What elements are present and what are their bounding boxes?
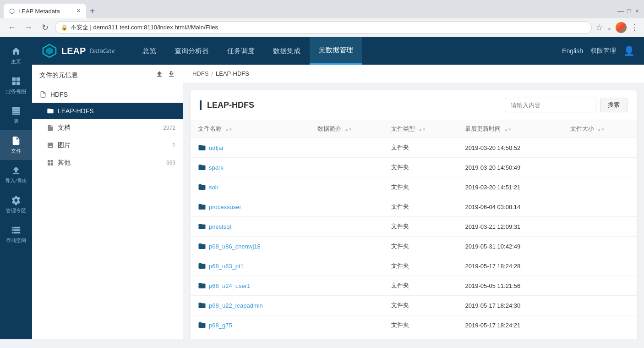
tree-count-doc: 2972 — [163, 125, 175, 131]
search-button[interactable]: 搜索 — [600, 98, 628, 112]
sidebar-label-table: 表 — [14, 118, 19, 125]
tree-item-leap-hdfs[interactable]: LEAP-HDFS — [32, 103, 183, 119]
maximize-button[interactable]: □ — [626, 8, 632, 14]
sort-desc-icon[interactable]: ▲▼ — [345, 127, 352, 132]
refresh-button[interactable]: ↻ — [38, 21, 51, 34]
nav-item-task[interactable]: 任务调度 — [218, 37, 264, 65]
cell-size-9 — [563, 315, 637, 335]
cell-size-6 — [563, 256, 637, 276]
table-row[interactable]: solr 文件夹 2019-03-20 14:51:21 — [191, 177, 637, 197]
cell-name-4: priestsql — [191, 217, 310, 237]
home-icon — [11, 46, 21, 56]
table-row[interactable]: spark 文件夹 2019-03-20 14:50:49 — [191, 158, 637, 177]
cell-desc-5 — [310, 237, 384, 256]
breadcrumb-hdfs[interactable]: HDFS — [192, 70, 208, 77]
table-row[interactable]: udfjar 文件夹 2019-03-20 14:50:52 — [191, 138, 637, 158]
upload-button[interactable] — [155, 70, 164, 80]
sort-name-icon[interactable]: ▲▼ — [225, 127, 233, 132]
tree-label-doc: 文档 — [58, 124, 159, 132]
cell-name-5: p68_u86_chenwj18 — [191, 237, 310, 256]
breadcrumb: HDFS / LEAP-HDFS — [183, 65, 644, 83]
search-input[interactable] — [505, 98, 596, 112]
folder-icon-4 — [198, 222, 206, 231]
svg-rect-4 — [48, 163, 50, 166]
cell-size-1 — [563, 158, 637, 177]
nav-item-meta[interactable]: 元数据管理 — [310, 37, 362, 65]
address-bar[interactable]: 🔒 不安全 | demo311.test.com:8110/index.html… — [55, 21, 592, 34]
panel-actions — [155, 70, 175, 80]
dropdown-icon[interactable]: ⌄ — [606, 24, 612, 31]
nav-item-overview[interactable]: 总览 — [133, 37, 165, 65]
table-row[interactable]: p68_u24_user1 文件夹 2019-05-05 11:21:56 — [191, 276, 637, 296]
panel-title: 文件的元信息 — [39, 71, 78, 79]
tree-count-img: 1 — [172, 142, 175, 149]
forward-button[interactable]: → — [22, 21, 35, 34]
image-icon — [47, 142, 54, 149]
cell-name-6: p68_u83_pt1 — [191, 256, 310, 276]
cell-type-5: 文件夹 — [384, 237, 458, 256]
tab-favicon: ⬡ — [9, 7, 15, 15]
content-panel: LEAP-HDFS 搜索 文件名称 ▲▼ — [191, 90, 637, 339]
sort-size-icon[interactable]: ▲▼ — [597, 127, 605, 132]
app-logo-text: LEAP — [61, 46, 86, 56]
sort-updated-icon[interactable]: ▲▼ — [504, 127, 512, 132]
tab-close-btn[interactable]: × — [76, 7, 81, 15]
permissions-button[interactable]: 权限管理 — [590, 47, 616, 55]
cell-updated-8: 2019-05-17 18:24:30 — [458, 296, 562, 315]
tree-item-hdfs[interactable]: HDFS — [32, 86, 183, 103]
browser-tab[interactable]: ⬡ LEAP Metadata × — [4, 4, 86, 18]
table-row[interactable]: p68_u86_chenwj18 文件夹 2019-05-31 10:42:49 — [191, 237, 637, 256]
back-button[interactable]: ← — [5, 21, 18, 34]
sidebar-item-table[interactable]: 表 — [0, 100, 32, 130]
folder-icon-0 — [198, 144, 206, 152]
download-button[interactable] — [167, 70, 175, 80]
sidebar-item-business[interactable]: 业务视图 — [0, 71, 32, 100]
svg-marker-1 — [46, 47, 53, 55]
sidebar-item-home[interactable]: 主页 — [0, 41, 32, 71]
sidebar-item-admin[interactable]: 管理专区 — [0, 190, 32, 220]
cell-size-4 — [563, 217, 637, 237]
table-row[interactable]: priestsql 文件夹 2019-03-21 12:09:31 — [191, 217, 637, 237]
more-options-icon[interactable]: ⋮ — [630, 22, 639, 33]
table-row[interactable]: p68_u83_pt1 文件夹 2019-05-17 18:24:28 — [191, 256, 637, 276]
sidebar-label-file: 文件 — [11, 148, 21, 155]
profile-avatar[interactable] — [616, 22, 627, 33]
tree-item-other[interactable]: 其他 669 — [32, 154, 183, 171]
nav-item-query[interactable]: 查询分析器 — [165, 37, 218, 65]
language-button[interactable]: English — [562, 47, 583, 55]
sidebar-item-storage[interactable]: 存储空间 — [0, 220, 32, 249]
cell-type-6: 文件夹 — [384, 256, 458, 276]
logo-area: LEAP DataGov — [41, 43, 115, 59]
table-row[interactable]: p68_u22_leapadmin 文件夹 2019-05-17 18:24:3… — [191, 296, 637, 315]
sidebar-item-import[interactable]: 导入/导出 — [0, 160, 32, 190]
col-type: 文件类型 ▲▼ — [384, 120, 458, 138]
cell-type-7: 文件夹 — [384, 276, 458, 296]
folder-icon-2 — [198, 183, 206, 191]
content-header: LEAP-HDFS 搜索 — [191, 90, 637, 120]
content-area: 文件的元信息 HDFS LEAP-HDFS — [32, 65, 644, 339]
bookmark-icon[interactable]: ☆ — [595, 22, 603, 33]
cell-desc-4 — [310, 217, 384, 237]
minimize-button[interactable]: — — [617, 8, 624, 14]
main-nav: 总览 查询分析器 任务调度 数据集成 元数据管理 — [133, 37, 562, 65]
new-tab-button[interactable]: + — [86, 6, 99, 17]
cell-desc-3 — [310, 197, 384, 217]
pagination: 共 397 条 ‹ 1 2 3 4 5 6 ... 40 › — [191, 335, 637, 339]
cell-name-3: processuser — [191, 197, 310, 217]
user-menu-icon[interactable]: 👤 — [623, 45, 635, 56]
table-row[interactable]: p68_g75 文件夹 2019-05-17 18:24:21 — [191, 315, 637, 335]
tab-title: LEAP Metadata — [18, 8, 73, 15]
close-button[interactable]: × — [634, 8, 640, 14]
sort-type-icon[interactable]: ▲▼ — [419, 127, 426, 132]
tree-item-img[interactable]: 图片 1 — [32, 137, 183, 154]
sidebar-label-business: 业务视图 — [6, 88, 26, 95]
sidebar-item-file[interactable]: 文件 — [0, 130, 32, 160]
table-row[interactable]: processuser 文件夹 2019-06-04 03:08:14 — [191, 197, 637, 217]
breadcrumb-sep: / — [211, 70, 213, 77]
folder-icon-3 — [198, 203, 206, 211]
tree-label-img: 图片 — [58, 141, 169, 149]
tree-item-doc[interactable]: 文档 2972 — [32, 119, 183, 137]
folder-icon-7 — [198, 282, 206, 290]
nav-item-data[interactable]: 数据集成 — [264, 37, 310, 65]
lock-icon: 🔒 — [61, 24, 68, 31]
